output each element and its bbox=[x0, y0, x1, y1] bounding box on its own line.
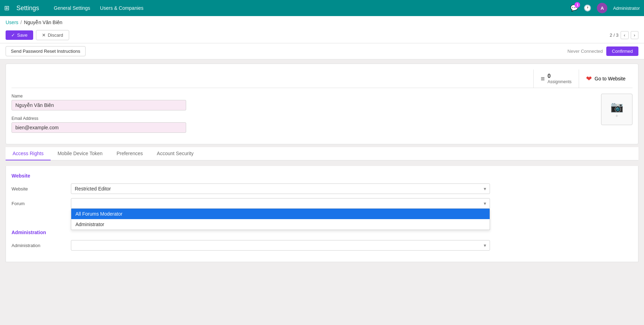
administration-field-label: Administration bbox=[12, 243, 67, 248]
breadcrumb-parent[interactable]: Users bbox=[6, 20, 19, 25]
stats-row: ≡ 0 Assignments ❤ Go to Website bbox=[12, 70, 632, 88]
forum-field-row: Forum ▾ All Forums Moderator Administrat… bbox=[12, 198, 632, 209]
save-button[interactable]: ✓ Save bbox=[6, 30, 33, 40]
name-row: Name bbox=[12, 94, 291, 110]
breadcrumb-separator: / bbox=[21, 20, 22, 25]
never-connected-status: Never Connected bbox=[568, 49, 603, 54]
forum-field-label: Forum bbox=[12, 201, 67, 206]
tab-account-security[interactable]: Account Security bbox=[150, 147, 200, 160]
forum-chevron-down-icon: ▾ bbox=[484, 201, 486, 206]
form-fields: Name Email Address bbox=[12, 94, 291, 138]
website-select-value: Restricted Editor bbox=[75, 186, 484, 192]
administration-chevron-down-icon: ▾ bbox=[484, 243, 486, 248]
status-bar: Send Password Reset Instructions Never C… bbox=[0, 43, 644, 59]
avatar-upload[interactable]: 📷+ bbox=[601, 94, 632, 125]
app-title: Settings bbox=[16, 5, 39, 12]
name-input[interactable] bbox=[12, 100, 186, 110]
forum-option-administrator[interactable]: Administrator bbox=[71, 219, 490, 230]
message-badge: 1 bbox=[575, 2, 580, 8]
discard-button[interactable]: ✕ Discard bbox=[36, 30, 69, 40]
website-section-title: Website bbox=[12, 173, 632, 179]
administration-field-row: Administration ▾ bbox=[12, 240, 632, 251]
website-field-row: Website Restricted Editor ▾ bbox=[12, 183, 632, 194]
tab-access-rights[interactable]: Access Rights bbox=[6, 147, 51, 160]
pagination: 2 / 3 ‹ › bbox=[610, 31, 638, 39]
next-page-button[interactable]: › bbox=[631, 31, 638, 39]
website-icon: ❤ bbox=[586, 74, 592, 83]
assignments-label: Assignments bbox=[548, 79, 572, 84]
administration-section-title: Administration bbox=[12, 230, 632, 235]
goto-website-label: Go to Website bbox=[595, 76, 625, 81]
clock-icon[interactable]: 🕐 bbox=[584, 4, 591, 12]
username: Administrator bbox=[613, 6, 640, 11]
send-pw-reset-button[interactable]: Send Password Reset Instructions bbox=[6, 46, 86, 56]
forum-dropdown: All Forums Moderator Administrator bbox=[71, 209, 490, 230]
tab-preferences[interactable]: Preferences bbox=[110, 147, 150, 160]
breadcrumb: Users / Nguyễn Văn Biên bbox=[0, 16, 644, 27]
grid-icon[interactable]: ⊞ bbox=[4, 4, 9, 12]
website-chevron-down-icon: ▾ bbox=[484, 186, 486, 192]
camera-icon: 📷+ bbox=[610, 101, 623, 118]
assignments-count: 0 bbox=[548, 73, 572, 79]
assignments-icon: ≡ bbox=[541, 75, 545, 83]
save-check-icon: ✓ bbox=[11, 32, 15, 38]
message-icon[interactable]: 💬 1 bbox=[570, 4, 578, 12]
administration-select[interactable]: ▾ bbox=[71, 240, 490, 251]
nav-users-companies[interactable]: Users & Companies bbox=[96, 4, 148, 12]
user-card: ≡ 0 Assignments ❤ Go to Website Name Ema… bbox=[6, 64, 638, 144]
email-label: Email Address bbox=[12, 116, 291, 121]
tabs: Access Rights Mobile Device Token Prefer… bbox=[6, 147, 638, 160]
forum-select[interactable]: ▾ bbox=[71, 198, 490, 209]
email-input[interactable] bbox=[12, 122, 186, 133]
nav-general-settings[interactable]: General Settings bbox=[50, 4, 94, 12]
forum-option-all-forums-moderator[interactable]: All Forums Moderator bbox=[71, 209, 490, 219]
website-select[interactable]: Restricted Editor ▾ bbox=[71, 183, 490, 194]
assignments-stat[interactable]: ≡ 0 Assignments bbox=[533, 70, 578, 88]
prev-page-button[interactable]: ‹ bbox=[621, 31, 628, 39]
avatar[interactable]: A bbox=[597, 3, 607, 13]
tab-content-access-rights: Website Website Restricted Editor ▾ Foru… bbox=[6, 166, 638, 262]
action-bar: ✓ Save ✕ Discard 2 / 3 ‹ › bbox=[0, 27, 644, 43]
goto-website-stat[interactable]: ❤ Go to Website bbox=[579, 70, 632, 88]
discard-x-icon: ✕ bbox=[42, 32, 46, 38]
name-label: Name bbox=[12, 94, 291, 99]
tab-mobile-device-token[interactable]: Mobile Device Token bbox=[51, 147, 110, 160]
breadcrumb-current: Nguyễn Văn Biên bbox=[24, 20, 62, 25]
website-field-label: Website bbox=[12, 186, 67, 192]
confirmed-status: Confirmed bbox=[606, 46, 638, 56]
email-row: Email Address bbox=[12, 116, 291, 133]
